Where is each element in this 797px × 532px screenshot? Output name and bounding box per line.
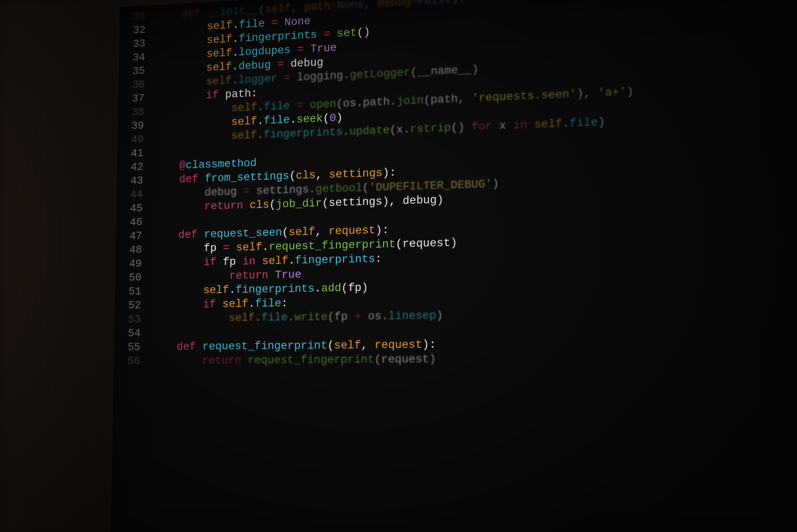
token-pn — [265, 17, 271, 29]
token-pn: , — [364, 0, 377, 10]
line-number: 40 — [117, 132, 154, 147]
token-fn: __init__ — [207, 4, 259, 19]
code-editor[interactable]: 31 def __init__(self, path=None, debug=F… — [114, 0, 634, 368]
token-fn2: add — [321, 282, 342, 295]
line-number: 41 — [117, 146, 154, 161]
token-kw: in — [242, 255, 262, 268]
token-pn: (settings), — [322, 194, 403, 209]
token-fn2: write — [294, 310, 328, 323]
token-self: self — [203, 283, 229, 296]
token-pn: , — [315, 225, 328, 238]
token-fn: file — [262, 311, 288, 324]
token-kw: in — [513, 118, 528, 132]
token-pn: , — [316, 168, 329, 181]
token-op: = — [223, 242, 230, 254]
token-pn: (request) — [374, 352, 436, 366]
line-number: 45 — [116, 201, 153, 216]
token-fn2: getbool — [315, 181, 362, 195]
token-pn: ( — [411, 66, 418, 78]
token-pn: ( — [259, 3, 265, 16]
token-param: path — [304, 0, 331, 13]
token-pn: . — [232, 19, 239, 31]
token-self: self — [262, 254, 288, 267]
token-pn: (os.path. — [336, 95, 397, 110]
token-kw: def — [176, 340, 203, 353]
token-kw: return — [229, 268, 275, 282]
token-kw: return — [204, 199, 250, 212]
monitor-screen: 31 def __init__(self, path=None, debug=F… — [110, 0, 797, 532]
token-pn: (path, — [424, 92, 472, 106]
token-fn2: request_fingerprint — [248, 353, 374, 367]
token-pn: . — [290, 113, 296, 126]
line-number: 51 — [115, 284, 152, 298]
token-fn2: seek — [296, 112, 323, 125]
token-pn: . — [288, 254, 295, 267]
line-number: 55 — [114, 340, 152, 354]
token-pn: ( — [282, 226, 289, 239]
token-pn: . — [232, 60, 239, 73]
token-pn — [277, 72, 284, 84]
token-fn: logdupes — [239, 44, 291, 59]
token-fn: debug — [239, 59, 271, 72]
token-pn: ): — [452, 0, 465, 5]
token-pn: debug) — [403, 193, 444, 207]
token-self: self — [265, 2, 291, 16]
token-fn: logger — [238, 72, 277, 86]
token-pn: ), — [577, 86, 598, 100]
token-pn: . — [232, 32, 239, 45]
token-pn: __name__ — [417, 63, 472, 78]
token-kw: if — [203, 256, 223, 268]
token-pn: os. — [361, 310, 389, 323]
line-number: 43 — [117, 173, 154, 188]
token-num: None — [337, 0, 364, 12]
token-fn: linesep — [389, 309, 437, 322]
token-kw: def — [182, 7, 208, 20]
token-kw: for — [472, 120, 492, 133]
token-fn: file — [255, 297, 281, 310]
token-pn: . — [257, 115, 264, 127]
token-self: self — [206, 46, 232, 60]
token-self: self — [229, 311, 255, 324]
token-pn: () — [451, 120, 472, 134]
token-fn: file — [264, 113, 290, 127]
token-self: cls — [296, 168, 316, 182]
token-num: 0 — [330, 112, 336, 124]
token-self: self — [232, 101, 258, 114]
token-pn — [290, 99, 297, 112]
token-pn: . — [232, 74, 239, 86]
line-number: 49 — [115, 256, 152, 271]
token-op: = — [243, 185, 250, 197]
token-self: self — [231, 129, 257, 142]
token-pn: debug — [291, 56, 324, 70]
token-param: request — [374, 338, 422, 351]
code-content: return True — [152, 267, 301, 284]
token-pn — [304, 43, 310, 56]
token-fn2: request_fingerprint — [269, 237, 396, 253]
token-pn: (x. — [390, 123, 410, 136]
token-self: self — [207, 19, 232, 33]
token-pn — [291, 43, 297, 56]
token-fn2: rstrip — [410, 121, 451, 135]
token-fn: file — [570, 116, 598, 130]
line-number: 37 — [118, 90, 155, 106]
token-fn: from_settings — [205, 170, 289, 185]
token-pn: . — [262, 240, 269, 253]
token-pn: ) — [598, 115, 605, 129]
token-pn — [278, 16, 285, 29]
token-fn: fingerprints — [295, 252, 376, 266]
line-number: 50 — [115, 270, 152, 285]
line-number: 47 — [116, 229, 153, 243]
token-pn: , — [291, 1, 304, 14]
token-pn — [284, 58, 291, 71]
token-kw: if — [203, 298, 222, 310]
token-op: = — [324, 28, 330, 41]
token-num: True — [275, 268, 302, 281]
token-param: debug — [377, 0, 411, 10]
token-at: @ — [179, 159, 186, 171]
token-num: False — [418, 0, 452, 7]
line-number: 33 — [119, 36, 156, 51]
line-number: 56 — [114, 354, 151, 368]
token-pn: ) — [626, 85, 633, 98]
token-pn: . — [343, 125, 350, 138]
code-content: def request_fingerprint(self, request): — [151, 337, 436, 354]
